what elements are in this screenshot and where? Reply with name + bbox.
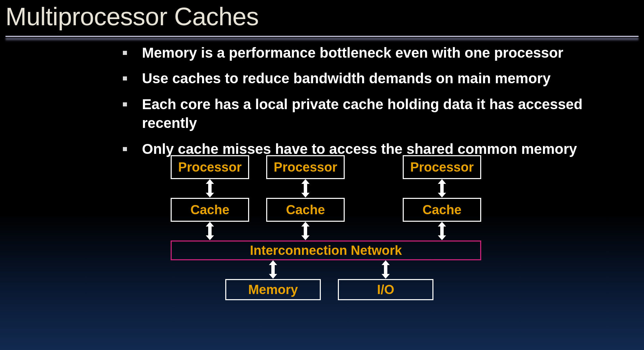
bullet-list: Memory is a performance bottleneck even … — [123, 43, 611, 158]
bullet-item: Use caches to reduce bandwidth demands o… — [123, 69, 611, 88]
interconnect-box: Interconnection Network — [171, 240, 481, 260]
slide-content: Multiprocessor Caches Memory is a perfor… — [0, 0, 644, 158]
arrow-proc-cache-3 — [440, 183, 444, 193]
arrow-cache-net-1 — [208, 226, 212, 236]
arrow-proc-cache-2 — [304, 183, 307, 193]
architecture-diagram: Processor Processor Processor Cache Cach… — [171, 155, 495, 346]
slide-title: Multiprocessor Caches — [0, 0, 644, 34]
bullet-item: Memory is a performance bottleneck even … — [123, 43, 611, 62]
cache-box-3: Cache — [403, 198, 481, 222]
arrow-cache-net-3 — [440, 226, 444, 236]
processor-box-3: Processor — [403, 155, 481, 179]
io-box: I/O — [338, 279, 433, 300]
arrow-proc-cache-1 — [208, 183, 212, 193]
title-divider — [5, 36, 639, 38]
cache-box-2: Cache — [266, 198, 345, 222]
arrow-net-memory — [271, 264, 275, 275]
arrow-net-io — [384, 264, 387, 275]
processor-box-1: Processor — [171, 155, 249, 179]
memory-box: Memory — [225, 279, 321, 300]
cache-box-1: Cache — [171, 198, 249, 222]
bullet-item: Each core has a local private cache hold… — [123, 95, 611, 133]
processor-box-2: Processor — [266, 155, 345, 179]
arrow-cache-net-2 — [304, 226, 307, 236]
